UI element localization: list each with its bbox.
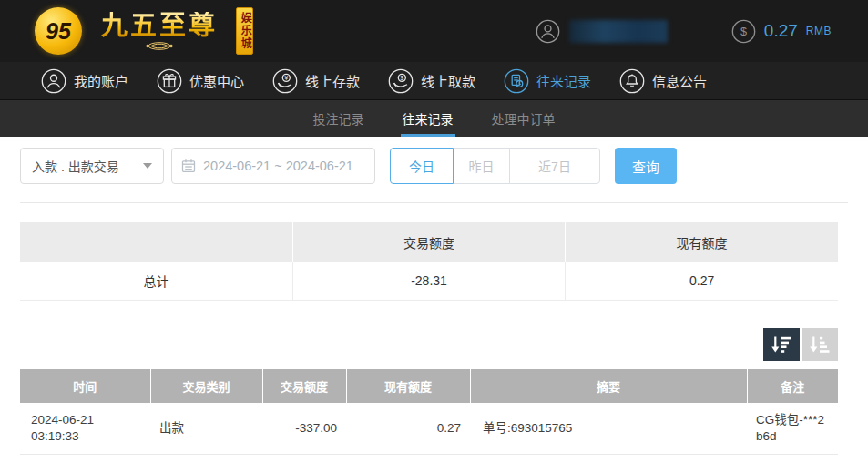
nav-item-deposit[interactable]: ¥ 线上存款 xyxy=(272,68,360,94)
sort-descending-button[interactable] xyxy=(763,328,800,361)
summary-table: 交易额度 现有额度 总计 -28.31 0.27 xyxy=(20,222,838,301)
cell-amount: -337.00 xyxy=(262,403,346,455)
nav-label: 线上取款 xyxy=(421,71,475,90)
date-range-value: 2024-06-21 ~ 2024-06-21 xyxy=(203,159,353,173)
username-redacted xyxy=(569,20,668,43)
main-nav: 我的账户 优惠中心 ¥ 线上存款 $ 线上取款 xyxy=(0,62,868,100)
logo[interactable]: 95 九五至尊 娱乐城 xyxy=(35,7,253,55)
nav-label: 信息公告 xyxy=(652,71,707,90)
summary-header-empty xyxy=(20,222,292,262)
nav-label: 往来记录 xyxy=(536,71,591,90)
cell-type: CGPAY支付 xyxy=(150,454,262,463)
user-account[interactable] xyxy=(536,19,668,44)
tab-pending-orders[interactable]: 处理中订单 xyxy=(490,100,557,137)
cell-remark: CG钱包 xyxy=(747,454,838,463)
nav-item-withdraw[interactable]: $ 线上取款 xyxy=(388,68,475,94)
cell-time: 2024-06-21 03:19:33 xyxy=(20,403,150,455)
sort-ascending-button[interactable] xyxy=(802,328,838,361)
deposit-icon: ¥ xyxy=(272,68,298,94)
tab-label: 处理中订单 xyxy=(492,109,556,128)
sort-descending-icon xyxy=(771,335,792,354)
sub-tabs: 投注记录 往来记录 处理中订单 xyxy=(0,100,868,137)
chevron-down-icon xyxy=(143,163,152,169)
balance-currency: RMB xyxy=(806,25,832,37)
col-header-balance: 现有额度 xyxy=(346,369,470,403)
select-value: 入款 . 出款交易 xyxy=(32,157,119,175)
logo-icon: 95 xyxy=(35,7,82,55)
tab-label: 投注记录 xyxy=(313,109,364,128)
summary-trade-amount: -28.31 xyxy=(292,262,565,300)
cell-summary: 单号:202406213650518251 xyxy=(470,454,747,463)
search-button[interactable]: 查询 xyxy=(615,148,677,184)
tab-transaction-records[interactable]: 往来记录 xyxy=(401,100,455,137)
cell-balance: 0.27 xyxy=(346,403,470,455)
filter-bar: 入款 . 出款交易 2024-06-21 ~ 2024-06-21 今日 昨日 … xyxy=(20,148,868,184)
table-row: 2024-06-21 03:02:38 CGPAY支付 300.00 309.2… xyxy=(20,454,838,463)
cell-balance: 309.27 xyxy=(346,454,470,463)
nav-label: 线上存款 xyxy=(305,71,360,90)
nav-label: 优惠中心 xyxy=(189,71,244,90)
nav-label: 我的账户 xyxy=(74,71,128,90)
records-table: 时间 交易类别 交易额度 现有额度 摘要 备注 2024-06-21 03:19… xyxy=(20,369,838,463)
tab-label: 往来记录 xyxy=(403,109,454,128)
calendar-icon xyxy=(181,159,196,173)
svg-text:$: $ xyxy=(401,74,404,80)
logo-monogram: 95 xyxy=(46,18,71,45)
nav-item-promotions[interactable]: 优惠中心 xyxy=(157,68,244,94)
summary-header-current-amount: 现有额度 xyxy=(566,222,838,262)
site-title: 九五至尊 xyxy=(101,12,218,41)
sort-controls xyxy=(20,328,838,361)
table-row: 2024-06-21 03:19:33 出款 -337.00 0.27 单号:6… xyxy=(20,403,838,455)
records-header-row: 时间 交易类别 交易额度 现有额度 摘要 备注 xyxy=(20,369,838,403)
col-header-type: 交易类别 xyxy=(150,369,262,403)
date-range-input[interactable]: 2024-06-21 ~ 2024-06-21 xyxy=(171,148,375,184)
cell-time: 2024-06-21 03:02:38 xyxy=(20,454,150,463)
svg-text:$: $ xyxy=(740,25,747,37)
flourish-ornament-icon xyxy=(91,42,228,50)
col-header-remark: 备注 xyxy=(747,369,838,403)
nav-item-announcements[interactable]: 信息公告 xyxy=(619,68,707,94)
divider xyxy=(20,202,848,203)
svg-text:¥: ¥ xyxy=(285,74,289,80)
nav-item-transaction-records[interactable]: 往来记录 xyxy=(504,68,591,94)
balance[interactable]: $ 0.27 RMB xyxy=(731,19,832,44)
sort-ascending-icon xyxy=(809,335,831,354)
top-header: 95 九五至尊 娱乐城 $ 0.27 xyxy=(0,0,868,62)
yesterday-button[interactable]: 昨日 xyxy=(453,148,510,184)
gift-icon xyxy=(157,68,182,94)
cell-remark: CG钱包-***2b6d xyxy=(747,403,838,455)
summary-header-row: 交易额度 现有额度 xyxy=(20,222,838,262)
bell-icon xyxy=(619,68,645,94)
summary-header-trade-amount: 交易额度 xyxy=(292,222,565,262)
last7days-button[interactable]: 近7日 xyxy=(509,148,600,184)
today-button[interactable]: 今日 xyxy=(390,148,454,184)
summary-total-row: 总计 -28.31 0.27 xyxy=(20,262,838,300)
col-header-summary: 摘要 xyxy=(470,369,747,403)
cell-summary: 单号:693015765 xyxy=(470,403,747,455)
balance-amount: 0.27 xyxy=(764,21,798,41)
dollar-circle-icon: $ xyxy=(731,19,756,44)
transaction-type-select[interactable]: 入款 . 出款交易 xyxy=(20,148,164,184)
summary-total-label: 总计 xyxy=(20,262,292,300)
summary-current-amount: 0.27 xyxy=(566,262,838,300)
logo-badge: 娱乐城 xyxy=(236,7,253,55)
withdraw-icon: $ xyxy=(388,68,414,94)
col-header-amount: 交易额度 xyxy=(262,369,346,403)
user-icon xyxy=(41,68,66,94)
records-icon xyxy=(504,68,529,94)
col-header-time: 时间 xyxy=(20,369,150,403)
user-icon xyxy=(536,19,560,44)
cell-type: 出款 xyxy=(150,403,262,455)
cell-amount: 300.00 xyxy=(262,454,346,463)
quick-date-group: 今日 昨日 近7日 xyxy=(390,148,600,184)
tab-bet-records[interactable]: 投注记录 xyxy=(311,100,366,137)
nav-item-my-account[interactable]: 我的账户 xyxy=(41,68,128,94)
